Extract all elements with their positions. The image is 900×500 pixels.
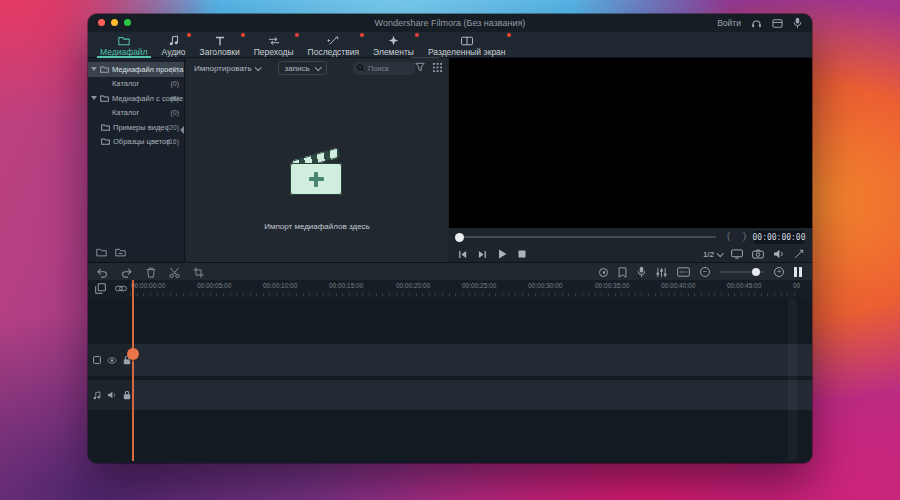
badge-dot — [295, 33, 299, 37]
media-library-sidebar: Медиафайл проекта (0) Каталог (0) Медиаф… — [88, 58, 185, 262]
split-screen-icon — [428, 35, 506, 46]
elements-icon — [373, 35, 414, 46]
zoom-out-button[interactable]: − — [700, 267, 710, 277]
lock-icon[interactable] — [123, 390, 131, 400]
copy-track-icon[interactable] — [95, 283, 106, 294]
marker-icon[interactable] — [618, 267, 627, 278]
import-dropdown[interactable]: Импортировать — [194, 64, 260, 73]
microphone-icon[interactable] — [793, 17, 802, 29]
tab-titles[interactable]: Заголовки — [193, 32, 247, 58]
timecode-display: 00:00:00:00 — [754, 231, 804, 244]
disclosure-triangle-icon[interactable] — [91, 67, 97, 71]
badge-dot — [241, 33, 245, 37]
sidebar-item-sample-videos[interactable]: Примеры видео (20) — [88, 120, 184, 135]
video-track-header — [88, 344, 133, 376]
fit-timeline-icon[interactable] — [794, 267, 802, 277]
folder-icon — [100, 66, 109, 73]
headset-icon[interactable] — [751, 18, 762, 29]
tab-media[interactable]: Медиафайл — [93, 32, 155, 58]
play-button[interactable] — [498, 249, 507, 259]
folder-icon — [101, 124, 110, 131]
search-icon — [357, 64, 365, 72]
timeline-tracks — [88, 298, 812, 463]
chevron-down-icon — [254, 64, 261, 71]
sidebar-item-project-media[interactable]: Медиафайл проекта (0) — [88, 62, 184, 77]
chevron-down-icon — [314, 64, 321, 71]
playhead-handle[interactable] — [127, 348, 139, 360]
effects-icon — [308, 35, 360, 46]
voiceover-mic-icon[interactable] — [637, 266, 646, 278]
video-clip-icon[interactable] — [93, 356, 101, 364]
undo-icon[interactable] — [96, 267, 108, 278]
media-toolbar: Импортировать запись — [186, 58, 448, 78]
mark-in-button[interactable]: ( — [727, 230, 730, 241]
link-icon[interactable] — [115, 283, 127, 294]
sidebar-item-catalog-1[interactable]: Каталог (0) — [88, 77, 184, 92]
record-dropdown[interactable]: запись — [278, 61, 327, 75]
delete-icon[interactable] — [146, 267, 156, 278]
music-note-icon[interactable] — [93, 391, 101, 400]
tab-split-screen[interactable]: Разделенный экран — [421, 32, 513, 58]
scrubber-handle[interactable] — [455, 233, 464, 242]
tab-audio[interactable]: Аудио — [155, 32, 193, 58]
scrubber-track[interactable] — [458, 236, 716, 238]
timeline-ruler-row: 00:00:00:00 00:00:05:00 00:00:10:00 00:0… — [88, 280, 812, 298]
folder-icon — [101, 138, 110, 145]
filter-icon[interactable] — [415, 62, 425, 72]
playhead-line[interactable] — [132, 280, 134, 461]
timeline-zoom-slider[interactable] — [720, 271, 764, 273]
tab-elements[interactable]: Элементы — [366, 32, 421, 58]
record-marker-icon[interactable] — [599, 268, 608, 277]
scissors-icon[interactable] — [169, 267, 180, 278]
audio-track-header — [88, 380, 133, 410]
next-frame-button[interactable] — [478, 250, 487, 259]
video-track — [88, 344, 812, 376]
video-track-lane[interactable] — [134, 344, 812, 376]
media-panel: Импортировать запись — [186, 58, 448, 262]
audio-mixer-icon[interactable] — [656, 267, 667, 278]
volume-icon[interactable] — [773, 249, 785, 259]
zoom-in-button[interactable]: + — [774, 267, 784, 277]
stop-button[interactable] — [518, 250, 526, 258]
search-box[interactable] — [353, 62, 415, 75]
crop-icon[interactable] — [193, 267, 204, 278]
redo-icon[interactable] — [121, 267, 133, 278]
login-button[interactable]: Войти — [717, 18, 741, 28]
sidebar-item-catalog-2[interactable]: Каталог (0) — [88, 106, 184, 121]
workspace-icon[interactable] — [772, 18, 783, 29]
scrubber-row: ( ) 00:00:00:00 — [449, 228, 812, 246]
sidebar-item-sample-colors[interactable]: Образцы цветов (16) — [88, 135, 184, 150]
tab-transitions[interactable]: Переходы — [247, 32, 301, 58]
fit-display-icon[interactable] — [731, 249, 743, 259]
vertical-scrollbar[interactable] — [788, 298, 797, 461]
audio-track-lane[interactable] — [134, 380, 812, 410]
mark-out-button[interactable]: ) — [743, 230, 746, 241]
tab-effects[interactable]: Последствия — [301, 32, 367, 58]
disclosure-triangle-icon[interactable] — [91, 96, 97, 100]
text-icon — [200, 35, 240, 46]
fullscreen-icon[interactable] — [794, 249, 804, 259]
quality-dropdown[interactable]: 1/2 — [703, 250, 722, 259]
previous-frame-button[interactable] — [458, 250, 467, 259]
eye-icon[interactable] — [107, 357, 117, 364]
snapshot-camera-icon[interactable] — [752, 249, 764, 259]
titlebar: Wondershare Filmora (Без названия) Войти — [88, 14, 812, 32]
time-ruler[interactable]: 00:00:00:00 00:00:05:00 00:00:10:00 00:0… — [130, 280, 800, 298]
tabbar: Медиафайл Аудио Заголовки — [88, 32, 812, 58]
delete-folder-icon[interactable] — [115, 248, 126, 257]
zoom-slider-handle[interactable] — [752, 268, 760, 276]
sidebar-collapse-handle[interactable] — [180, 126, 184, 134]
folder-icon — [100, 95, 109, 102]
badge-dot — [187, 33, 191, 37]
music-note-icon — [162, 35, 186, 46]
import-drop-zone[interactable]: Импорт медиафайлов здесь — [186, 78, 448, 262]
video-viewport[interactable] — [449, 58, 812, 228]
sidebar-item-shared-media[interactable]: Медиафайл с совме... (0) — [88, 91, 184, 106]
app-window: Wondershare Filmora (Без названия) Войти… — [88, 14, 812, 463]
grid-view-icon[interactable] — [433, 62, 442, 72]
plus-icon — [309, 172, 324, 187]
add-folder-icon[interactable] — [96, 248, 107, 257]
render-preview-icon[interactable] — [677, 267, 690, 277]
search-input[interactable] — [368, 64, 412, 73]
speaker-icon[interactable] — [107, 391, 117, 399]
